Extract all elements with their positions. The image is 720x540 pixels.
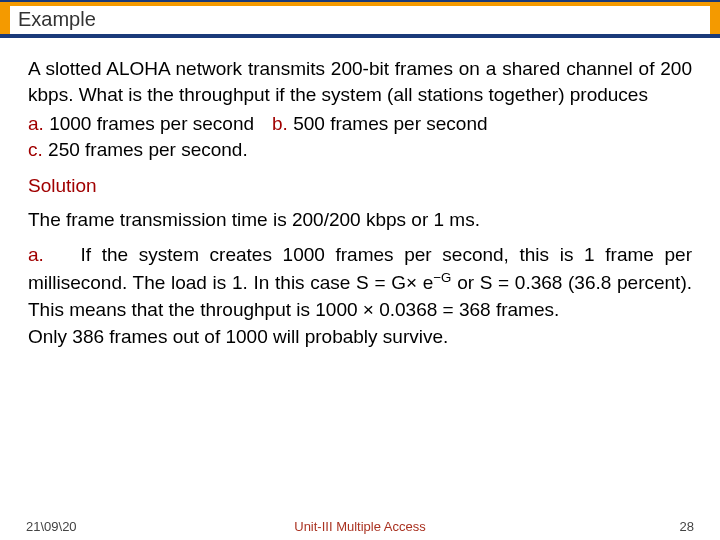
solution-part-a: a. If the system creates 1000 frames per… xyxy=(28,242,692,351)
slide-content: A slotted ALOHA network transmits 200-bi… xyxy=(0,38,720,351)
footer-date: 21\09\20 xyxy=(26,519,77,534)
options-row-ab: a. 1000 frames per second b. 500 frames … xyxy=(28,113,692,135)
solution-line-1: The frame transmission time is 200/200 k… xyxy=(28,207,692,234)
footer-unit: Unit-III Multiple Access xyxy=(294,519,426,534)
option-c-label: c. xyxy=(28,139,43,160)
title-bar: Example xyxy=(0,0,720,38)
solution-a-exponent: −G xyxy=(433,270,451,285)
solution-a-tail: Only 386 frames out of 1000 will probabl… xyxy=(28,324,692,351)
option-a: a. 1000 frames per second xyxy=(28,113,254,135)
option-b-label: b. xyxy=(272,113,288,134)
option-c-text: 250 frames per second. xyxy=(48,139,248,160)
title-inner: Example xyxy=(10,6,710,34)
option-c: c. 250 frames per second. xyxy=(28,139,692,161)
solution-a-label: a. xyxy=(28,244,44,265)
option-b-text: 500 frames per second xyxy=(293,113,487,134)
option-a-label: a. xyxy=(28,113,44,134)
problem-statement: A slotted ALOHA network transmits 200-bi… xyxy=(28,56,692,107)
footer-page-number: 28 xyxy=(680,519,694,534)
option-b: b. 500 frames per second xyxy=(272,113,487,135)
slide-title: Example xyxy=(18,8,96,30)
solution-a-body: If the system creates 1000 frames per se… xyxy=(28,244,692,320)
slide-footer: 21\09\20 Unit-III Multiple Access 28 xyxy=(0,519,720,534)
solution-heading: Solution xyxy=(28,175,692,197)
option-a-text: 1000 frames per second xyxy=(49,113,254,134)
